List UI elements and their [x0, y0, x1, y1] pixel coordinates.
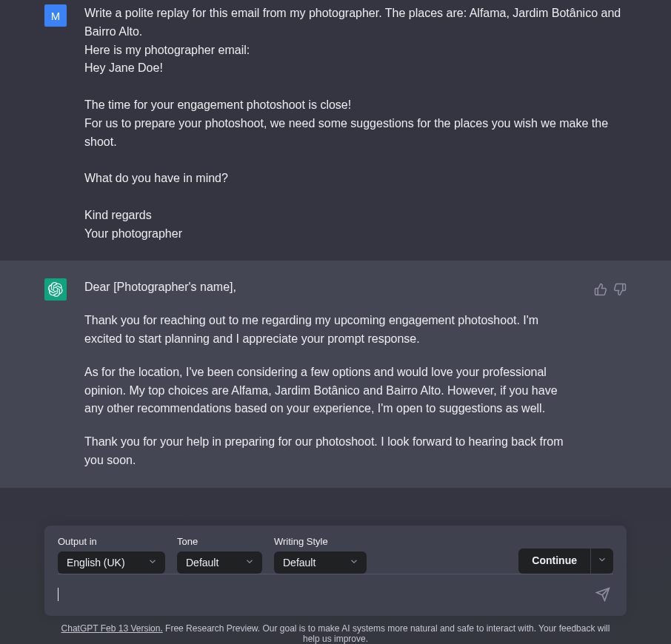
writing-style-label: Writing Style	[274, 536, 367, 547]
user-text: Write a polite replay for this email fro…	[84, 4, 627, 243]
footer-disclaimer: ChatGPT Feb 13 Version. Free Research Pr…	[44, 616, 627, 644]
chevron-down-icon	[147, 557, 158, 569]
user-avatar: M	[44, 4, 67, 27]
continue-dropdown-button[interactable]	[591, 549, 613, 574]
user-message-content: Write a polite replay for this email fro…	[84, 4, 627, 243]
tone-value: Default	[186, 557, 218, 568]
assistant-paragraph: Thank you for reaching out to me regardi…	[84, 312, 576, 349]
writing-style-select[interactable]: Default	[274, 551, 367, 574]
output-language-value: English (UK)	[67, 557, 125, 568]
writing-style-control: Writing Style Default	[274, 536, 367, 574]
text-cursor	[58, 588, 59, 601]
output-language-label: Output in	[58, 536, 165, 547]
continue-button[interactable]: Continue	[518, 549, 590, 574]
continue-label: Continue	[532, 554, 577, 566]
thumbs-down-button[interactable]	[613, 283, 627, 296]
footer-rest: Free Research Preview. Our goal is to ma…	[163, 623, 610, 644]
send-button[interactable]	[595, 587, 610, 602]
continue-group: Continue	[518, 549, 613, 574]
tone-control: Tone Default	[177, 536, 262, 574]
user-message: M Write a polite replay for this email f…	[0, 0, 671, 261]
input-area: Output in English (UK) Tone Default	[0, 514, 671, 644]
assistant-paragraph: Thank you for your help in preparing for…	[84, 433, 576, 470]
message-input[interactable]	[58, 583, 613, 608]
prompt-controls: Output in English (UK) Tone Default	[58, 536, 613, 574]
avatar-initial: M	[51, 10, 61, 22]
feedback-actions	[594, 278, 627, 469]
assistant-paragraph: As for the location, I've been consideri…	[84, 363, 576, 418]
assistant-message-content: Dear [Photographer's name],Thank you for…	[84, 278, 576, 469]
thumbs-up-button[interactable]	[594, 283, 607, 296]
assistant-paragraph: Dear [Photographer's name],	[84, 278, 576, 297]
chevron-down-icon	[597, 554, 607, 568]
chevron-down-icon	[244, 557, 255, 569]
tone-select[interactable]: Default	[177, 551, 262, 574]
output-language-control: Output in English (UK)	[58, 536, 165, 574]
version-link[interactable]: ChatGPT Feb 13 Version.	[61, 623, 163, 634]
chevron-down-icon	[349, 557, 359, 569]
assistant-message: AIPRM AIPRM Dear [Photographer's name],T…	[0, 261, 671, 487]
conversation-area: M Write a polite replay for this email f…	[0, 0, 671, 514]
input-panel: Output in English (UK) Tone Default	[44, 526, 627, 616]
tone-label: Tone	[177, 536, 262, 547]
message-input-row	[58, 580, 613, 608]
output-language-select[interactable]: English (UK)	[58, 551, 165, 574]
writing-style-value: Default	[283, 557, 316, 568]
assistant-avatar	[44, 278, 67, 301]
